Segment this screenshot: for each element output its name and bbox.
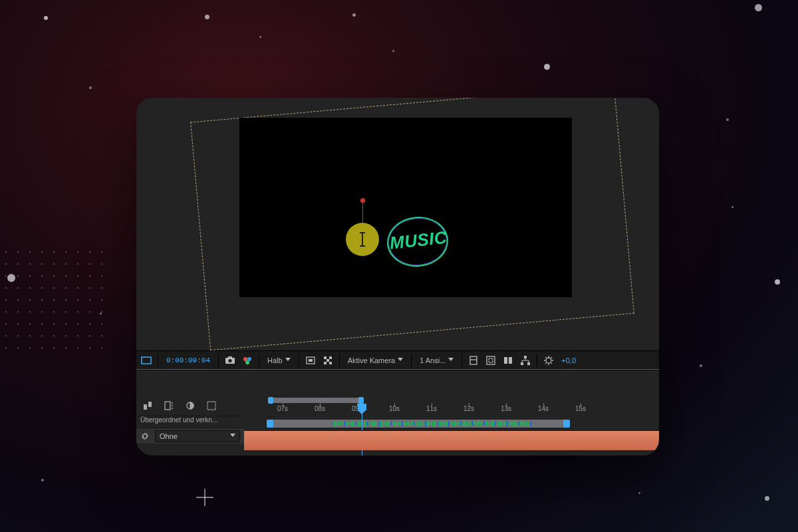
ruler-tick: 14s: [538, 405, 549, 412]
timeline-tracks[interactable]: 07s08s09s10s11s12s13s14s15s: [244, 396, 659, 456]
plus-icon: [196, 489, 213, 506]
blend-mode-button[interactable]: [140, 399, 155, 412]
resize-corner-icon[interactable]: [647, 444, 658, 454]
svg-point-6: [245, 360, 249, 364]
adjustment-layer-button[interactable]: [183, 399, 198, 412]
svg-rect-16: [489, 358, 493, 362]
svg-rect-0: [142, 357, 151, 364]
preview-toolbar: 0:00:09:04 Halb Aktive Kamera 1 Ansi...: [136, 350, 659, 370]
svg-rect-20: [521, 362, 523, 365]
svg-rect-23: [144, 404, 147, 410]
svg-rect-25: [165, 402, 170, 410]
mask-button[interactable]: [483, 353, 498, 368]
svg-rect-13: [329, 362, 332, 364]
views-label: 1 Ansi...: [420, 356, 446, 364]
svg-rect-2: [228, 356, 232, 358]
svg-rect-9: [324, 356, 327, 359]
music-badge-layer[interactable]: MUSIC: [384, 215, 451, 269]
views-dropdown[interactable]: 1 Ansi...: [416, 356, 458, 364]
work-area-bar[interactable]: [269, 398, 362, 403]
current-timecode[interactable]: 0:00:09:04: [162, 356, 214, 364]
parent-dropdown[interactable]: Ohne: [155, 430, 240, 442]
svg-rect-15: [487, 356, 495, 364]
svg-point-4: [243, 357, 247, 361]
timeline-panel: Übergeordnet und verkn... Ohne 07s08s09s…: [136, 396, 659, 456]
timeline-layer-columns: Übergeordnet und verkn... Ohne: [136, 396, 244, 456]
ruler-tick: 07s: [277, 405, 288, 412]
ruler-tick: 13s: [501, 405, 511, 412]
channel-button[interactable]: [240, 353, 255, 368]
decorative-dot-grid: [0, 246, 106, 352]
svg-rect-12: [324, 362, 327, 364]
exposure-reset-button[interactable]: [541, 353, 556, 368]
ruler-tick: 11s: [426, 405, 437, 412]
time-ruler[interactable]: 07s08s09s10s11s12s13s14s15s: [244, 405, 659, 418]
ruler-tick: 08s: [315, 405, 325, 412]
svg-rect-8: [309, 359, 313, 362]
camera-dropdown[interactable]: Aktive Kamera: [344, 356, 408, 364]
resolution-dropdown[interactable]: Halb: [263, 356, 295, 364]
composition-canvas[interactable]: MUSIC: [239, 118, 572, 297]
text-ibeam-icon: [362, 232, 363, 247]
layer-row[interactable]: Ohne: [136, 428, 244, 444]
composition-viewer[interactable]: MUSIC: [136, 98, 659, 350]
motion-blur-button[interactable]: [162, 399, 176, 412]
pixel-aspect-button[interactable]: [501, 353, 515, 368]
chevron-down-icon: [285, 358, 291, 363]
chevron-down-icon: [230, 434, 235, 439]
parent-value: Ohne: [160, 432, 178, 440]
click-highlight-icon: [346, 223, 379, 256]
svg-rect-14: [470, 356, 477, 364]
svg-point-3: [229, 359, 232, 362]
svg-rect-18: [509, 357, 512, 364]
svg-rect-27: [207, 402, 215, 410]
svg-point-22: [546, 358, 551, 363]
transparency-grid-button[interactable]: [321, 353, 335, 368]
app-window: MUSIC 0:00:09:04 Halb Aktive K: [136, 98, 659, 456]
svg-rect-21: [527, 362, 530, 365]
svg-rect-11: [327, 359, 329, 362]
playhead-handle-icon[interactable]: [358, 404, 366, 410]
resolution-label: Halb: [267, 356, 283, 364]
chevron-down-icon: [448, 358, 454, 363]
snapshot-button[interactable]: [223, 353, 237, 368]
svg-rect-17: [504, 357, 507, 364]
camera-label: Aktive Kamera: [348, 356, 396, 364]
region-button[interactable]: [303, 353, 318, 368]
magnification-button[interactable]: [139, 353, 154, 368]
svg-rect-24: [148, 402, 152, 407]
flowchart-button[interactable]: [518, 353, 533, 368]
graph-editor-button[interactable]: [204, 399, 219, 412]
link-icon[interactable]: [139, 430, 151, 442]
svg-rect-10: [329, 356, 332, 359]
svg-point-5: [247, 357, 251, 361]
ruler-tick: 15s: [575, 405, 586, 412]
guides-button[interactable]: [466, 353, 481, 368]
parent-column-header: Übergeordnet und verkn...: [136, 416, 244, 428]
ruler-tick: 10s: [389, 405, 400, 412]
chevron-down-icon: [398, 358, 403, 363]
svg-rect-19: [524, 356, 527, 358]
layer-clip[interactable]: [244, 430, 659, 450]
ruler-tick: 12s: [464, 405, 474, 412]
exposure-value[interactable]: +0,0: [559, 356, 576, 364]
